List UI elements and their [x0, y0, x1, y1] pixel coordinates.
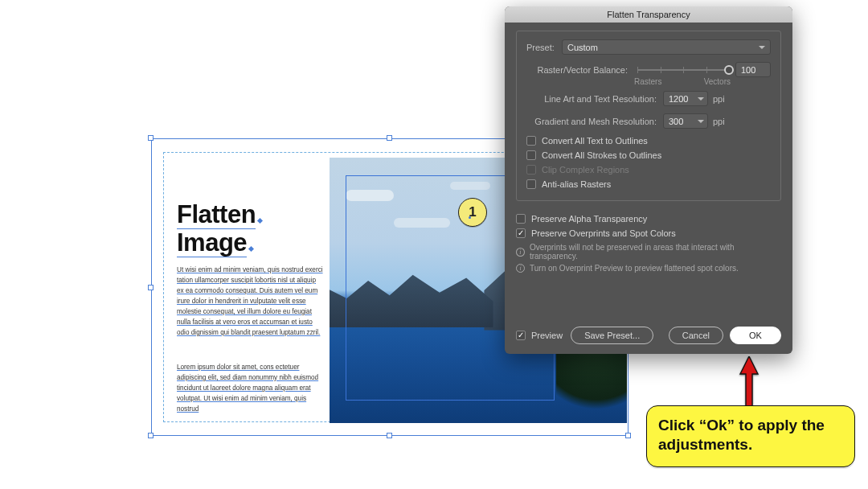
badge-dot	[469, 216, 471, 219]
balance-min-label: Rasters	[634, 77, 661, 86]
preset-value: Custom	[567, 43, 598, 52]
preset-label: Preset:	[526, 43, 562, 52]
preserve-alpha-label: Preserve Alpha Transparency	[531, 214, 647, 224]
preserve-overprints-checkbox[interactable]	[516, 228, 526, 238]
lineart-resolution-input[interactable]: 1200	[663, 91, 708, 106]
gradient-resolution-input[interactable]: 300	[663, 113, 708, 129]
info-icon: i	[516, 248, 525, 257]
balance-value-input[interactable]: 100	[735, 62, 771, 77]
svg-marker-0	[740, 356, 758, 408]
convert-strokes-label: Convert All Strokes to Outlines	[542, 150, 661, 160]
annotation-arrow	[738, 356, 760, 408]
selection-handle[interactable]	[148, 433, 154, 438]
selection-handle[interactable]	[148, 285, 154, 290]
convert-text-checkbox[interactable]	[526, 136, 536, 146]
selection-handle[interactable]	[625, 433, 631, 438]
preserve-alpha-checkbox[interactable]	[516, 214, 526, 224]
preset-dropdown[interactable]: Custom	[562, 39, 771, 55]
convert-text-label: Convert All Text to Outlines	[542, 136, 648, 146]
selection-handle[interactable]	[387, 135, 392, 141]
clip-regions-label: Clip Complex Regions	[542, 165, 629, 175]
slider-thumb[interactable]	[724, 65, 734, 75]
diamond-icon	[257, 218, 263, 224]
info-icon: i	[516, 264, 525, 273]
diamond-icon	[248, 246, 254, 252]
save-preset-button[interactable]: Save Preset...	[571, 327, 653, 344]
step-badge: 1	[458, 198, 487, 227]
dialog-title: Flatten Transparency	[505, 6, 792, 23]
raster-vector-slider[interactable]	[637, 63, 729, 77]
balance-max-label: Vectors	[704, 77, 731, 86]
antialias-label: Anti-alias Rasters	[542, 179, 611, 189]
ok-button[interactable]: OK	[730, 327, 781, 344]
body-paragraph-1[interactable]: Ut wisi enim ad minim veniam, quis nostr…	[177, 265, 323, 338]
balance-label: Raster/Vector Balance:	[526, 65, 631, 75]
gradient-unit: ppi	[713, 117, 725, 126]
selection-handle[interactable]	[148, 135, 154, 141]
flatten-transparency-dialog: Flatten Transparency Preset: Custom Rast…	[505, 6, 792, 354]
convert-strokes-checkbox[interactable]	[526, 150, 536, 160]
preview-checkbox[interactable]	[516, 331, 526, 340]
lineart-unit: ppi	[713, 94, 725, 104]
info-text-1: Overprints will not be preserved in area…	[530, 243, 781, 261]
lineart-resolution-label: Line Art and Text Resolution:	[526, 94, 663, 104]
heading-line2: Image	[177, 229, 247, 257]
gradient-resolution-label: Gradient and Mesh Resolution:	[526, 117, 663, 126]
body-paragraph-2[interactable]: Lorem ipsum dolor sit amet, cons ectetue…	[177, 362, 323, 414]
callout-text: Click “Ok” to apply the adjustments.	[658, 417, 825, 453]
preserve-overprints-label: Preserve Overprints and Spot Colors	[531, 228, 676, 238]
antialias-checkbox[interactable]	[526, 179, 536, 189]
clip-regions-checkbox	[526, 165, 536, 175]
selection-handle[interactable]	[387, 433, 392, 438]
cancel-button[interactable]: Cancel	[669, 327, 723, 344]
preview-label: Preview	[531, 331, 563, 340]
info-text-2: Turn on Overprint Preview to preview fla…	[530, 264, 739, 273]
heading-line1: Flatten	[177, 201, 256, 229]
document-heading[interactable]: Flatten Image	[177, 201, 264, 257]
annotation-callout: Click “Ok” to apply the adjustments.	[646, 405, 855, 467]
settings-group: Preset: Custom Raster/Vector Balance:	[516, 31, 781, 201]
